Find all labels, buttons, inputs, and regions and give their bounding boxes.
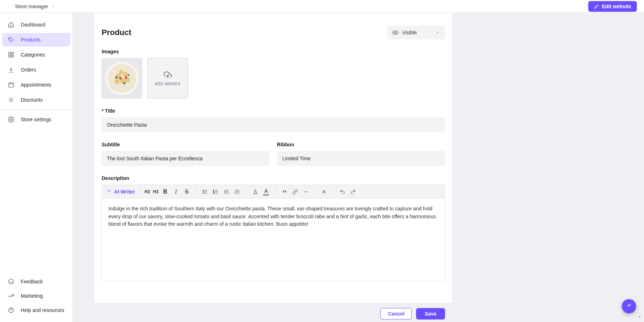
svg-point-22 [115,76,118,79]
sidebar-item-categories[interactable]: Categories [2,48,70,62]
svg-text:3: 3 [213,192,214,194]
home-icon [8,21,14,28]
outdent-button[interactable] [221,186,232,197]
sidebar-item-label: Orders [21,67,36,73]
edit-website-button[interactable]: Edit website [588,1,637,12]
svg-point-19 [119,70,123,74]
save-button[interactable]: Save [416,308,445,319]
sidebar-item-label: Marketing [21,293,43,299]
images-label: Images [102,49,445,54]
svg-rect-3 [9,55,10,57]
sidebar-item-label: Products [21,37,40,43]
sidebar-item-label: Appointments [21,82,52,88]
add-images-button[interactable]: ADD IMAGES [147,58,188,99]
sparkle-icon [106,189,111,194]
description-textarea[interactable]: Indulge in the rich tradition of Souther… [102,199,445,281]
visibility-label: Visible [402,30,417,35]
settings-icon [8,116,14,123]
subtitle-input[interactable] [102,151,270,166]
subtitle-field-label: Subtitle [102,142,270,147]
sidebar-item-feedback[interactable]: Feedback [2,275,70,288]
svg-point-8 [9,279,14,284]
svg-point-10 [395,32,396,34]
redo-button[interactable] [348,186,358,197]
description-editor: AI Writer H2 H3 B I S 123 [102,185,445,281]
italic-button[interactable]: I [171,186,181,197]
undo-button[interactable] [337,186,348,197]
assistant-fab[interactable] [622,299,636,313]
highlight-icon [253,189,258,195]
link-button[interactable] [290,186,301,197]
clear-format-button[interactable] [319,186,330,197]
bold-button[interactable]: B [160,186,171,197]
ai-writer-button[interactable]: AI Writer [102,185,140,198]
smile-icon [8,278,14,285]
caret-down-icon [638,315,642,319]
product-image[interactable] [102,58,142,99]
tag-icon [8,36,14,43]
main-area: Product Visible Images [73,13,644,322]
strikethrough-icon: S [185,189,189,195]
quote-button[interactable] [279,186,290,197]
svg-point-29 [203,193,203,194]
ordered-list-button[interactable]: 123 [210,186,221,197]
bullet-list-button[interactable] [200,186,210,197]
sparkle-icon [626,303,632,309]
svg-point-35 [627,308,628,308]
bold-icon: B [163,189,167,195]
title-input[interactable] [102,117,445,132]
edit-website-label: Edit website [602,4,631,9]
sidebar-item-discounts[interactable]: Discounts [2,93,70,107]
redo-icon [350,189,356,195]
ordered-list-icon: 123 [213,189,219,195]
svg-rect-4 [12,55,14,57]
upload-cloud-icon [164,71,172,79]
text-color-button[interactable]: A [261,186,272,197]
svg-point-20 [119,77,122,80]
sidebar-item-marketing[interactable]: Marketing [2,289,70,303]
sidebar-item-help[interactable]: Help and resources [2,303,70,317]
sidebar-item-orders[interactable]: Orders [2,63,70,77]
download-icon [8,67,14,73]
text-color-icon: A [263,188,269,195]
clear-format-icon [321,189,327,195]
strikethrough-button[interactable]: S [181,186,192,197]
calendar-icon [8,82,14,88]
h3-button[interactable]: H3 [151,186,160,197]
visibility-select[interactable]: Visible [387,26,445,39]
svg-rect-2 [12,52,14,54]
scroll-down-hint [638,314,642,321]
hr-button[interactable] [301,186,311,197]
sidebar-item-label: Dashboard [21,22,45,28]
sidebar-item-dashboard[interactable]: Dashboard [2,18,70,31]
pencil-icon [594,4,599,9]
svg-point-6 [10,99,12,101]
divider [0,109,73,110]
eye-icon [392,29,399,36]
sidebar-item-store-settings[interactable]: Store settings [2,113,70,126]
help-icon [8,307,14,313]
svg-point-34 [630,304,631,305]
footer-actions: Cancel Save [94,303,452,322]
pasta-thumbnail-icon [102,58,142,98]
bullet-list-icon [202,189,208,195]
svg-point-27 [203,190,203,191]
cancel-button[interactable]: Cancel [380,308,412,319]
chevron-down-icon [50,4,55,9]
trending-icon [8,293,14,299]
svg-rect-1 [9,52,10,54]
svg-point-28 [203,191,203,192]
indent-button[interactable] [232,186,243,197]
description-field-label: Description [102,175,445,181]
workspace-selector[interactable]: Store manager [15,4,55,9]
sidebar-item-label: Categories [21,52,45,58]
sidebar-item-products[interactable]: Products [2,33,70,47]
svg-point-26 [107,193,107,193]
ribbon-input[interactable] [277,151,445,166]
h2-button[interactable]: H2 [143,186,151,197]
sidebar-item-appointments[interactable]: Appointments [2,78,70,92]
svg-point-24 [127,74,130,76]
svg-point-21 [125,76,127,79]
editor-toolbar: AI Writer H2 H3 B I S 123 [102,185,445,199]
highlight-button[interactable] [250,186,261,197]
